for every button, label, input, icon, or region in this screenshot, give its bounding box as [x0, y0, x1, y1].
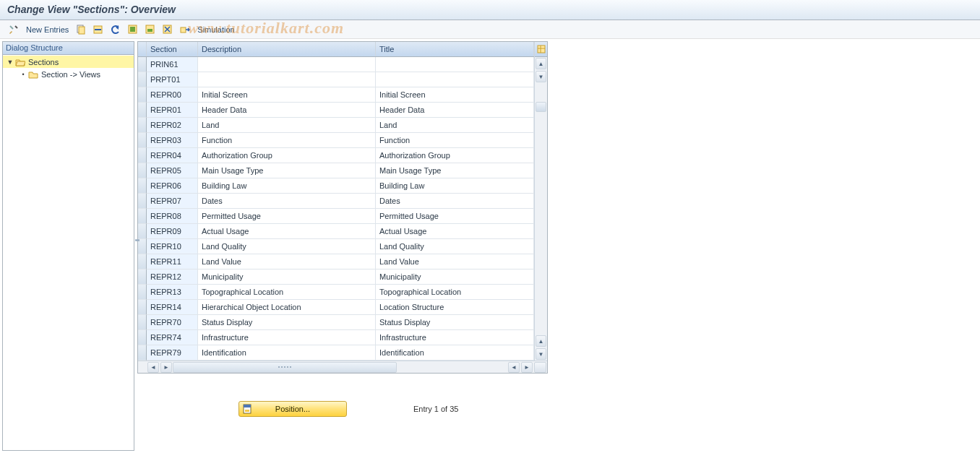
row-selector[interactable]	[138, 254, 147, 269]
cell-title[interactable]: Header Data	[376, 103, 534, 118]
table-row[interactable]: REPR13Topographical LocationTopographica…	[138, 285, 534, 300]
cell-description[interactable]: Function	[198, 133, 376, 148]
cell-description[interactable]: Infrastructure	[198, 330, 376, 345]
vertical-scrollbar-thumb[interactable]	[536, 102, 546, 112]
cell-title[interactable]	[376, 57, 534, 72]
row-selector[interactable]	[138, 315, 147, 330]
row-selector[interactable]	[138, 57, 147, 72]
row-selector[interactable]	[138, 178, 147, 194]
cell-description[interactable]: Topographical Location	[198, 285, 376, 300]
row-selector[interactable]	[138, 209, 147, 224]
configuration-button[interactable]	[177, 22, 193, 37]
cell-section[interactable]: REPR14	[147, 300, 198, 315]
row-selector[interactable]	[138, 133, 147, 148]
cell-section[interactable]: REPR70	[147, 315, 198, 330]
table-row[interactable]: REPR00Initial ScreenInitial Screen	[138, 87, 534, 103]
undo-change-button[interactable]	[108, 22, 124, 37]
table-row[interactable]: PRIN61	[138, 57, 534, 72]
splitter-handle[interactable]	[135, 229, 139, 251]
grid-header-description[interactable]: Description	[198, 42, 376, 56]
scroll-down-step-button[interactable]: ▼	[536, 348, 546, 360]
cell-title[interactable]: Topographical Location	[376, 285, 534, 300]
table-row[interactable]: REPR03FunctionFunction	[138, 133, 534, 148]
cell-description[interactable]: Initial Screen	[198, 87, 376, 103]
table-row[interactable]: REPR02LandLand	[138, 118, 534, 133]
scroll-left-button[interactable]: ◄	[147, 362, 159, 373]
scroll-down-button[interactable]: ▼	[536, 71, 546, 82]
dialog-structure-tree[interactable]: ▼Sections•Section -> Views	[3, 55, 134, 450]
cell-title[interactable]: Actual Usage	[376, 224, 534, 239]
tree-node[interactable]: •Section -> Views	[3, 68, 134, 80]
table-row[interactable]: REPR08Permitted UsagePermitted Usage	[138, 209, 534, 224]
cell-description[interactable]: Permitted Usage	[198, 209, 376, 224]
scroll-up-button[interactable]: ▲	[536, 58, 546, 69]
grid-select-all-header[interactable]	[138, 42, 147, 56]
row-selector[interactable]	[138, 330, 147, 345]
cell-section[interactable]: REPR11	[147, 254, 198, 269]
cell-section[interactable]: REPR13	[147, 285, 198, 300]
cell-title[interactable]: Land	[376, 118, 534, 133]
table-row[interactable]: REPR07DatesDates	[138, 194, 534, 209]
row-selector[interactable]	[138, 163, 147, 178]
table-row[interactable]: REPR04Authorization GroupAuthorization G…	[138, 148, 534, 163]
cell-section[interactable]: REPR10	[147, 239, 198, 254]
grid-header-section[interactable]: Section	[147, 42, 198, 56]
cell-section[interactable]: PRIN61	[147, 57, 198, 72]
row-selector[interactable]	[138, 148, 147, 163]
cell-title[interactable]: Dates	[376, 194, 534, 209]
cell-section[interactable]: REPR01	[147, 103, 198, 118]
cell-title[interactable]: Land Value	[376, 254, 534, 269]
tree-node[interactable]: ▼Sections	[3, 56, 134, 68]
table-row[interactable]: REPR01Header DataHeader Data	[138, 103, 534, 118]
cell-description[interactable]: Dates	[198, 194, 376, 209]
cell-title[interactable]: Building Law	[376, 178, 534, 194]
cell-title[interactable]: Permitted Usage	[376, 209, 534, 224]
cell-title[interactable]: Municipality	[376, 269, 534, 285]
scroll-up-step-button[interactable]: ▲	[536, 335, 546, 347]
row-selector[interactable]	[138, 285, 147, 300]
cell-title[interactable]: Identification	[376, 345, 534, 361]
horizontal-scrollbar-thumb[interactable]	[173, 362, 397, 373]
cell-section[interactable]: REPR03	[147, 133, 198, 148]
grid-header-title[interactable]: Title	[376, 42, 534, 56]
cell-description[interactable]: Status Display	[198, 315, 376, 330]
row-selector[interactable]	[138, 269, 147, 285]
table-row[interactable]: REPR09Actual UsageActual Usage	[138, 224, 534, 239]
cell-section[interactable]: REPR08	[147, 209, 198, 224]
row-selector[interactable]	[138, 118, 147, 133]
cell-description[interactable]: Land Value	[198, 254, 376, 269]
cell-title[interactable]	[376, 72, 534, 87]
table-row[interactable]: REPR06Building LawBuilding Law	[138, 178, 534, 194]
cell-description[interactable]: Actual Usage	[198, 224, 376, 239]
row-selector[interactable]	[138, 194, 147, 209]
tree-expand-icon[interactable]: ▼	[6, 59, 14, 66]
select-block-button[interactable]	[142, 22, 158, 37]
table-row[interactable]: REPR11Land ValueLand Value	[138, 254, 534, 269]
cell-section[interactable]: REPR00	[147, 87, 198, 103]
select-all-button[interactable]	[125, 22, 141, 37]
table-row[interactable]: REPR14Hierarchical Object LocationLocati…	[138, 300, 534, 315]
other-view-button[interactable]	[6, 22, 22, 37]
cell-title[interactable]: Main Usage Type	[376, 163, 534, 178]
table-row[interactable]: REPR12MunicipalityMunicipality	[138, 269, 534, 285]
cell-description[interactable]: Municipality	[198, 269, 376, 285]
table-row[interactable]: REPR74InfrastructureInfrastructure	[138, 330, 534, 345]
cell-title[interactable]: Initial Screen	[376, 87, 534, 103]
scroll-right-step-button[interactable]: ►	[521, 362, 533, 373]
cell-section[interactable]: REPR12	[147, 269, 198, 285]
horizontal-scrollbar-track[interactable]	[173, 362, 507, 373]
cell-section[interactable]: REPR05	[147, 163, 198, 178]
table-row[interactable]: REPR10Land QualityLand Quality	[138, 239, 534, 254]
cell-section[interactable]: REPR04	[147, 148, 198, 163]
cell-title[interactable]: Infrastructure	[376, 330, 534, 345]
delete-button[interactable]	[90, 22, 106, 37]
cell-description[interactable]: Header Data	[198, 103, 376, 118]
copy-as-button[interactable]	[73, 22, 89, 37]
cell-section[interactable]: REPR06	[147, 178, 198, 194]
cell-description[interactable]: Land Quality	[198, 239, 376, 254]
cell-section[interactable]: PRPT01	[147, 72, 198, 87]
row-selector[interactable]	[138, 72, 147, 87]
cell-description[interactable]: Building Law	[198, 178, 376, 194]
table-row[interactable]: REPR05Main Usage TypeMain Usage Type	[138, 163, 534, 178]
cell-description[interactable]: Authorization Group	[198, 148, 376, 163]
